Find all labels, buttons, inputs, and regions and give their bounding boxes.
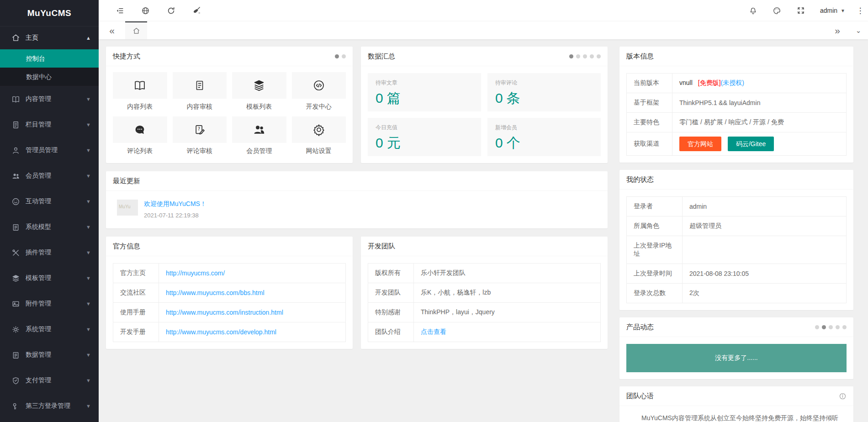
- row-label: 登录次总数: [627, 284, 683, 303]
- carousel-dot[interactable]: [597, 54, 601, 58]
- sidebar-item-category[interactable]: 栏目管理 ▼: [0, 112, 99, 137]
- sidebar-item-label: 数据管理: [26, 351, 51, 359]
- shortcut-comment-review[interactable]: ? 评论审核: [173, 116, 227, 155]
- card-dev-team: 开发团队 版权所有 乐小轩开发团队 开发团队 乐K，小航，杨逸轩，lzb 特别感…: [361, 237, 608, 349]
- clear-cache-button[interactable]: [184, 0, 209, 21]
- carousel-dot[interactable]: [815, 325, 819, 329]
- site-home-button[interactable]: [132, 0, 158, 21]
- card-title: 产品动态: [626, 323, 654, 332]
- chevron-down-icon: ▼: [86, 224, 91, 230]
- collapse-sidebar-button[interactable]: [107, 0, 132, 21]
- table-row: 上次登录IP地址: [627, 236, 846, 264]
- row-label: 团队介绍: [368, 322, 414, 342]
- gitee-button[interactable]: 码云/Gitee: [728, 137, 774, 151]
- update-thumbnail: [117, 200, 138, 216]
- carousel-dot[interactable]: [842, 325, 847, 329]
- theme-button[interactable]: [765, 0, 789, 21]
- row-value: 2021-08-08 23:10:05: [683, 264, 846, 283]
- row-label: 上次登录时间: [627, 264, 683, 283]
- shield-check-icon: [11, 376, 20, 385]
- sidebar-item-console[interactable]: 控制台: [0, 49, 99, 68]
- card-title: 最近更新: [113, 177, 140, 185]
- row-value: ThinkPHP5.1 && layuiAdmin: [672, 94, 846, 112]
- community-link[interactable]: http://www.muyucms.com/bbs.html: [166, 289, 265, 296]
- table-row: 上次登录时间 2021-08-08 23:10:05: [627, 264, 846, 284]
- shortcut-label: 网站设置: [292, 147, 346, 155]
- code-circle-icon: [312, 79, 325, 92]
- stat-today-recharge: 今日充值 0元: [368, 118, 481, 156]
- carousel-dot[interactable]: [583, 54, 587, 58]
- sidebar-item-label: 系统管理: [26, 325, 51, 333]
- menu-collapse-icon: [116, 6, 124, 15]
- card-title: 团队心语: [626, 392, 654, 401]
- card-team-motto: 团队心语 MuYuCMS内容管理系统从创立至今始终坚持免费开源，始终坚持倾听社区…: [619, 386, 853, 422]
- sidebar-item-admins[interactable]: 管理员管理 ▼: [0, 137, 99, 163]
- shortcut-content-review[interactable]: 内容审核: [173, 72, 227, 111]
- tab-home[interactable]: [125, 21, 147, 39]
- fullscreen-button[interactable]: [789, 0, 813, 21]
- shortcut-member-management[interactable]: 会员管理: [232, 116, 286, 155]
- dev-team-table: 版权所有 乐小轩开发团队 开发团队 乐K，小航，杨逸轩，lzb 特别感谢 Thi…: [368, 263, 601, 342]
- carousel-dot[interactable]: [829, 325, 833, 329]
- table-row: 开发团队 乐K，小航，杨逸轩，lzb: [368, 283, 600, 303]
- row-value: 超级管理员: [683, 216, 846, 236]
- users-icon: [11, 172, 20, 180]
- tabs-scroll-right-button[interactable]: »: [826, 21, 849, 39]
- shortcut-label: 内容审核: [173, 103, 227, 111]
- row-value: [683, 244, 846, 255]
- expand-icon: [797, 6, 805, 15]
- team-intro-link[interactable]: 点击查看: [421, 328, 446, 335]
- shortcut-comment-list[interactable]: 评论列表: [113, 116, 167, 155]
- topbar-right-icons: admin ▼ ⋮: [741, 0, 868, 21]
- carousel-dot[interactable]: [335, 54, 339, 58]
- manual-link[interactable]: http://www.muyucms.com/instruction.html: [166, 309, 283, 316]
- sidebar-item-interaction[interactable]: 互动管理 ▼: [0, 189, 99, 214]
- document-icon: [11, 121, 20, 129]
- tabs-scroll-left-button[interactable]: «: [99, 21, 125, 39]
- row-label: 使用手册: [113, 303, 159, 322]
- official-home-link[interactable]: http://muyucms.com/: [166, 269, 225, 277]
- card-shortcuts: 快捷方式 内容列表 内容审核: [106, 47, 353, 163]
- sidebar-item-home[interactable]: 主页 ▲: [0, 26, 99, 49]
- dev-manual-link[interactable]: http://www.muyucms.com/develop.html: [166, 328, 276, 336]
- carousel-dot[interactable]: [342, 54, 346, 58]
- shortcut-site-settings[interactable]: 网站设置: [292, 116, 346, 155]
- update-item[interactable]: 欢迎使用MuYuCMS！ 2021-07-11 22:19:38: [117, 200, 601, 219]
- sidebar-item-system[interactable]: 系统管理 ▼: [0, 316, 99, 342]
- stat-value: 0: [495, 135, 503, 150]
- info-icon[interactable]: [839, 392, 847, 400]
- right-area: 版本信息 当前版本 vnull[免费版](未授权) 基于框架 ThinkPHP5…: [619, 47, 853, 422]
- carousel-dot[interactable]: [569, 54, 573, 58]
- sidebar-item-content[interactable]: 内容管理 ▼: [0, 86, 99, 112]
- carousel-dot[interactable]: [576, 54, 580, 58]
- sidebar-item-datacenter[interactable]: 数据中心: [0, 68, 99, 86]
- update-link[interactable]: 欢迎使用MuYuCMS！: [144, 200, 206, 207]
- official-website-button[interactable]: 官方网站: [679, 137, 721, 151]
- free-edition-tag: [免费版]: [698, 79, 721, 86]
- more-menu-button[interactable]: ⋮: [852, 0, 868, 21]
- chevron-down-icon: ▼: [841, 8, 845, 13]
- sidebar-item-thirdparty-login[interactable]: 第三方登录管理 ▼: [0, 393, 99, 419]
- stat-label: 待审文章: [376, 79, 473, 87]
- shortcut-content-list[interactable]: 内容列表: [113, 72, 167, 111]
- notifications-button[interactable]: [741, 0, 765, 21]
- chevron-down-icon: ▼: [86, 148, 91, 153]
- carousel-dot[interactable]: [822, 325, 826, 329]
- shortcut-template-list[interactable]: 模板列表: [232, 72, 286, 111]
- carousel-dot[interactable]: [590, 54, 594, 58]
- book-icon: [133, 79, 146, 92]
- sidebar-item-payment[interactable]: 支付管理 ▼: [0, 368, 99, 393]
- sidebar-item-models[interactable]: 系统模型 ▼: [0, 214, 99, 240]
- user-menu[interactable]: admin ▼: [813, 0, 852, 21]
- tabs-menu-button[interactable]: ⌄: [849, 21, 868, 39]
- sidebar-item-templates[interactable]: 模板管理 ▼: [0, 265, 99, 291]
- sidebar-item-plugins[interactable]: 插件管理 ▼: [0, 240, 99, 265]
- shortcut-dev-center[interactable]: 开发中心: [292, 72, 346, 111]
- carousel-dot[interactable]: [836, 325, 840, 329]
- refresh-button[interactable]: [158, 0, 184, 21]
- sidebar-item-data[interactable]: 数据管理 ▼: [0, 342, 99, 368]
- sidebar-item-members[interactable]: 会员管理 ▼: [0, 163, 99, 189]
- tools-icon: [11, 248, 20, 257]
- card-title: 我的状态: [626, 175, 654, 184]
- sidebar-item-attachments[interactable]: 附件管理 ▼: [0, 291, 99, 316]
